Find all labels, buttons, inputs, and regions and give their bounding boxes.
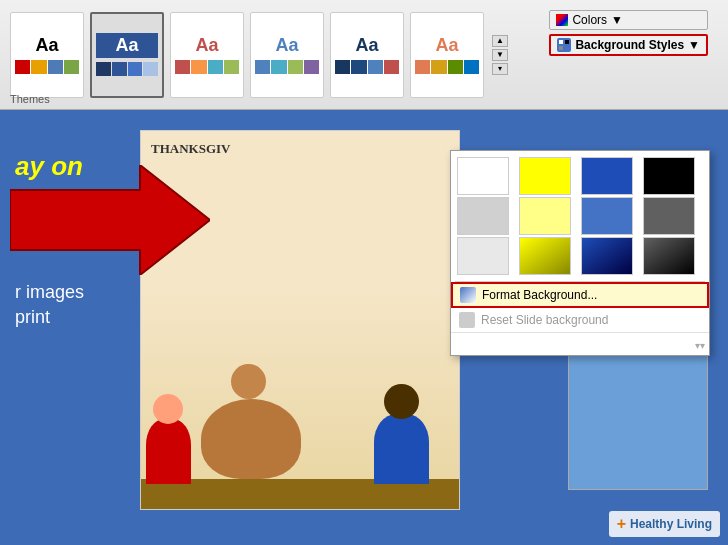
bg-swatch-dark-gradient[interactable] bbox=[643, 237, 695, 275]
bg-swatch-blue[interactable] bbox=[581, 157, 633, 195]
swatch-color bbox=[175, 60, 190, 74]
swatch-color bbox=[288, 60, 303, 74]
background-styles-label: Background Styles bbox=[575, 38, 684, 52]
theme-swatch-1[interactable]: Aa bbox=[10, 12, 84, 98]
swatch-color bbox=[368, 60, 383, 74]
red-arrow bbox=[10, 165, 210, 275]
swatch-color bbox=[431, 60, 446, 74]
bg-swatch-yellow[interactable] bbox=[519, 157, 571, 195]
scroll-up-arrow[interactable]: ▲ bbox=[492, 35, 508, 47]
background-styles-dropdown-arrow: ▼ bbox=[688, 38, 700, 52]
swatch-color bbox=[112, 62, 127, 76]
swatch-color bbox=[48, 60, 63, 74]
swatch-color bbox=[64, 60, 79, 74]
reset-slide-background-item: Reset Slide background bbox=[451, 308, 709, 332]
background-styles-dropdown: Format Background... Reset Slide backgro… bbox=[450, 150, 710, 356]
swatch-label-5: Aa bbox=[355, 35, 378, 56]
bg-swatch-lyellow[interactable] bbox=[519, 197, 571, 235]
bg-swatches-grid bbox=[451, 151, 709, 281]
bg-swatch-blue-gradient[interactable] bbox=[581, 237, 633, 275]
swatch-color bbox=[96, 62, 111, 76]
swatch-color bbox=[271, 60, 286, 74]
ribbon: Aa Aa Aa Aa bbox=[0, 0, 728, 110]
bg-swatch-yellow-gradient[interactable] bbox=[519, 237, 571, 275]
colors-icon bbox=[556, 14, 568, 26]
swatch-label-2: Aa bbox=[96, 33, 158, 58]
swatch-color bbox=[464, 60, 479, 74]
swatch-color bbox=[351, 60, 366, 74]
theme-swatch-5[interactable]: Aa bbox=[330, 12, 404, 98]
bg-swatch-lgray[interactable] bbox=[457, 197, 509, 235]
colors-label: Colors bbox=[572, 13, 607, 27]
bg-swatch-black[interactable] bbox=[643, 157, 695, 195]
slide-subtext-line2: print bbox=[15, 305, 84, 330]
swatch-color bbox=[335, 60, 350, 74]
swatch-label-3: Aa bbox=[195, 35, 218, 56]
slide-subtext-line1: r images bbox=[15, 280, 84, 305]
ribbon-right-controls: Colors ▼ Background Styles ▼ bbox=[549, 10, 708, 56]
scroll-arrows: ▲ ▼ ▾ bbox=[492, 35, 508, 75]
background-styles-button[interactable]: Background Styles ▼ bbox=[549, 34, 708, 56]
swatch-color bbox=[255, 60, 270, 74]
swatch-color bbox=[15, 60, 30, 74]
bg-swatch-vgray[interactable] bbox=[457, 237, 509, 275]
watermark-plus-icon: + bbox=[617, 515, 626, 533]
svg-rect-3 bbox=[559, 46, 563, 50]
svg-marker-5 bbox=[10, 165, 210, 275]
swatch-color bbox=[415, 60, 430, 74]
theme-swatch-2[interactable]: Aa bbox=[90, 12, 164, 98]
svg-rect-1 bbox=[559, 40, 563, 44]
theme-swatch-6[interactable]: Aa bbox=[410, 12, 484, 98]
theme-swatch-4[interactable]: Aa bbox=[250, 12, 324, 98]
swatch-label-6: Aa bbox=[435, 35, 458, 56]
themes-label: Themes bbox=[10, 93, 50, 105]
swatch-label-1: Aa bbox=[35, 35, 58, 56]
dropdown-scroll-indicator: ▾▾ bbox=[451, 332, 709, 355]
colors-button[interactable]: Colors ▼ bbox=[549, 10, 708, 30]
format-background-icon bbox=[460, 287, 476, 303]
bg-swatch-white[interactable] bbox=[457, 157, 509, 195]
swatch-color bbox=[143, 62, 158, 76]
swatch-color bbox=[448, 60, 463, 74]
slide-subtext: r images print bbox=[15, 280, 84, 330]
watermark: + Healthy Living bbox=[609, 511, 720, 537]
reset-slide-icon bbox=[459, 312, 475, 328]
format-background-label: Format Background... bbox=[482, 288, 597, 302]
swatch-color bbox=[384, 60, 399, 74]
swatch-color bbox=[224, 60, 239, 74]
swatch-color bbox=[304, 60, 319, 74]
bg-swatch-dgray[interactable] bbox=[643, 197, 695, 235]
swatch-color bbox=[31, 60, 46, 74]
svg-rect-2 bbox=[565, 40, 569, 44]
swatch-color bbox=[191, 60, 206, 74]
watermark-label: Healthy Living bbox=[630, 517, 712, 531]
swatch-color bbox=[208, 60, 223, 74]
thanksgiving-text: THANKSGIV bbox=[151, 141, 230, 157]
svg-rect-4 bbox=[565, 46, 569, 50]
swatch-label-4: Aa bbox=[275, 35, 298, 56]
theme-swatch-3[interactable]: Aa bbox=[170, 12, 244, 98]
scroll-down-arrow[interactable]: ▼ bbox=[492, 49, 508, 61]
format-background-item[interactable]: Format Background... bbox=[451, 282, 709, 308]
reset-slide-label: Reset Slide background bbox=[481, 313, 608, 327]
colors-dropdown-arrow: ▼ bbox=[611, 13, 623, 27]
bg-swatch-lblue[interactable] bbox=[581, 197, 633, 235]
swatch-color bbox=[128, 62, 143, 76]
slide-area: ay on Street r images print THANKSGIV bbox=[0, 110, 728, 545]
scroll-expand-arrow[interactable]: ▾ bbox=[492, 63, 508, 75]
background-styles-icon bbox=[557, 38, 571, 52]
